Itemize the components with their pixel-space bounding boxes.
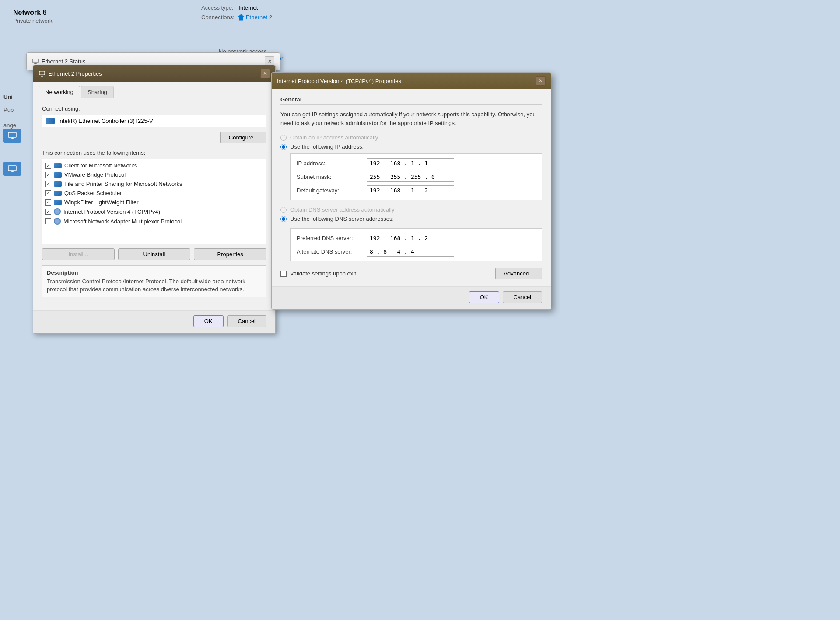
preferred-dns-row: Preferred DNS server: [297,233,536,243]
checkbox-2[interactable] [45,181,51,187]
ethernet-props-footer: OK Cancel [33,310,275,333]
manual-ip-label: Use the following IP address: [290,143,364,150]
checkbox-0[interactable] [45,163,51,169]
ip-address-input[interactable] [367,158,454,168]
ip-radio-group: Obtain an IP address automatically Use t… [280,134,542,150]
alternate-dns-row: Alternate DNS server: [297,247,536,257]
list-item-3[interactable]: QoS Packet Scheduler [42,188,266,198]
preferred-dns-input[interactable] [367,233,454,243]
tcpip-content: General You can get IP settings assigned… [272,89,551,286]
description-group: Description Transmission Control Protoco… [42,265,266,297]
ethernet-props-title-text: Ethernet 2 Properties [48,70,102,77]
manual-ip-radio[interactable] [280,144,287,150]
auto-dns-option[interactable]: Obtain DNS server address automatically [280,206,542,213]
connections-row: Connections: Ethernet 2 [201,14,272,21]
checkbox-1[interactable] [45,172,51,178]
general-tab-label: General [280,96,542,105]
ethernet-status-title: Ethernet 2 Status [32,58,85,65]
access-type-row: Access type: Internet [201,4,258,11]
description-title: Description [47,269,262,276]
ethernet-link[interactable]: Ethernet 2 [238,14,272,21]
svg-rect-6 [33,59,38,63]
sidebar-icon-uni: Uni [4,94,13,100]
ethernet-properties-dialog: Ethernet 2 Properties ✕ Networking Shari… [33,65,276,334]
checkbox-5[interactable] [45,209,51,215]
list-item-0[interactable]: Client for Microsoft Networks [42,161,266,170]
manual-dns-option[interactable]: Use the following DNS server addresses: [280,216,542,222]
sidebar-icons [0,127,24,178]
advanced-button[interactable]: Advanced... [495,268,542,279]
checkbox-3[interactable] [45,190,51,196]
tcpip-cancel-button[interactable]: Cancel [503,291,542,303]
ethernet-props-titlebar: Ethernet 2 Properties ✕ [33,65,275,82]
checkbox-4[interactable] [45,199,51,206]
access-type-label: Access type: [201,4,234,11]
adapter-box: Intel(R) Ethernet Controller (3) I225-V [42,115,266,127]
list-item-6[interactable]: Microsoft Network Adapter Multiplexor Pr… [42,216,266,226]
connect-using-label: Connect using: [42,105,266,112]
list-item-5[interactable]: Internet Protocol Version 4 (TCP/IPv4) [42,207,266,216]
default-gateway-label: Default gateway: [297,187,367,194]
dns-block: Obtain DNS server address automatically … [280,206,542,222]
subnet-mask-input[interactable] [367,172,454,182]
install-button[interactable]: Install... [42,248,115,260]
properties-button[interactable]: Properties [194,248,266,260]
alternate-dns-label: Alternate DNS server: [297,248,367,255]
list-item-1[interactable]: VMware Bridge Protocol [42,170,266,179]
manual-dns-radio[interactable] [280,216,287,222]
subnet-mask-label: Subnet mask: [297,174,367,180]
auto-dns-label: Obtain DNS server address automatically [290,206,394,213]
alternate-dns-input[interactable] [367,247,454,257]
item-icon-5 [54,208,61,215]
ethernet-link-text[interactable]: Ethernet 2 [246,14,272,21]
adapter-name-text: Intel(R) Ethernet Controller (3) I225-V [58,118,153,124]
item-text-2: File and Printer Sharing for Microsoft N… [64,181,182,187]
item-icon-4 [54,200,62,205]
svg-rect-9 [39,71,45,75]
items-list[interactable]: Client for Microsoft Networks VMware Bri… [42,159,266,244]
item-icon-6 [54,218,61,225]
svg-rect-3 [8,166,16,171]
item-text-1: VMware Bridge Protocol [64,171,126,178]
dns-fields-block: Preferred DNS server: Alternate DNS serv… [290,228,542,261]
checkbox-6[interactable] [45,218,51,224]
items-label: This connection uses the following items… [42,150,266,156]
ip-address-row: IP address: [297,158,536,168]
tcpip-title-text: Internet Protocol Version 4 (TCP/IPv4) P… [277,78,401,84]
ethernet-props-ok-button[interactable]: OK [193,315,224,327]
default-gateway-input[interactable] [367,185,454,195]
uninstall-button[interactable]: Uninstall [118,248,191,260]
auto-ip-radio[interactable] [280,135,287,141]
item-text-0: Client for Microsoft Networks [64,162,137,169]
ethernet-status-title-text: Ethernet 2 Status [42,58,85,65]
ethernet-props-close-button[interactable]: ✕ [260,69,270,78]
auto-ip-label: Obtain an IP address automatically [290,134,378,141]
network-title: Network 6 [13,9,547,17]
validate-checkbox[interactable] [280,271,287,277]
list-item-4[interactable]: WinpkFilter LightWeight Filter [42,198,266,207]
manual-ip-option[interactable]: Use the following IP address: [280,143,542,150]
subnet-mask-row: Subnet mask: [297,172,536,182]
svg-rect-0 [8,132,16,137]
configure-button[interactable]: Configure... [220,132,266,143]
tcpip-footer: OK Cancel [272,286,551,309]
ethernet-props-content: Connect using: Intel(R) Ethernet Control… [33,98,275,310]
list-item-2[interactable]: File and Printer Sharing for Microsoft N… [42,179,266,188]
ethernet-props-cancel-button[interactable]: Cancel [227,315,266,327]
tcpip-ok-button[interactable]: OK [469,291,499,303]
tab-networking[interactable]: Networking [38,86,80,98]
default-gateway-row: Default gateway: [297,185,536,195]
item-text-3: QoS Packet Scheduler [64,190,122,196]
auto-ip-option[interactable]: Obtain an IP address automatically [280,134,542,141]
background-panel: Network 6 Private network Access type: I… [0,0,560,33]
manual-dns-label: Use the following DNS server addresses: [290,216,394,222]
auto-dns-radio[interactable] [280,207,287,213]
ethernet-status-icon [32,58,39,65]
item-text-4: WinpkFilter LightWeight Filter [64,199,139,206]
preferred-dns-label: Preferred DNS server: [297,235,367,241]
tab-sharing[interactable]: Sharing [81,86,114,98]
validate-label-text: Validate settings upon exit [290,270,356,277]
sidebar-text-ange: ange [0,120,20,130]
tcpip-close-button[interactable]: ✕ [536,76,546,86]
ethernet-props-icon [38,70,46,77]
